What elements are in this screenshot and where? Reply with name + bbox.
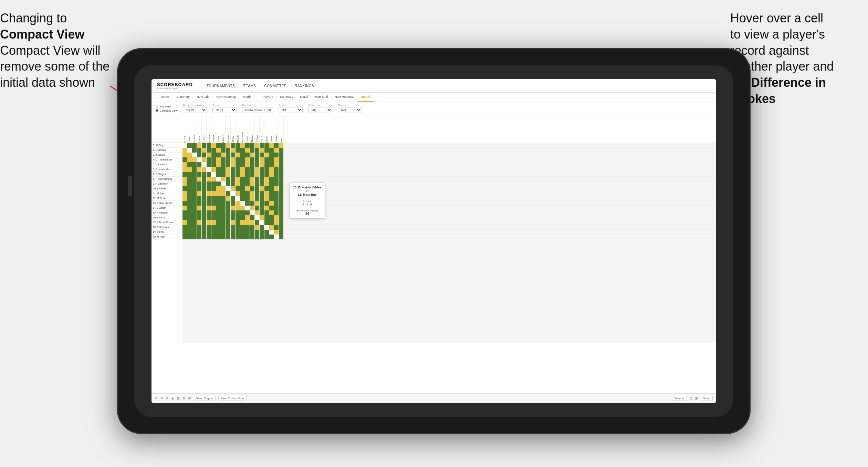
cell-6-19[interactable] bbox=[269, 167, 274, 172]
cell-14-13[interactable] bbox=[240, 206, 245, 210]
cell-16-21[interactable] bbox=[279, 215, 284, 220]
cell-19-10[interactable] bbox=[226, 230, 231, 235]
cell-13-18[interactable] bbox=[264, 201, 269, 206]
cell-1-14[interactable] bbox=[245, 143, 250, 148]
cell-3-4[interactable] bbox=[197, 153, 202, 157]
cell-15-10[interactable] bbox=[226, 210, 231, 215]
cell-1-10[interactable] bbox=[226, 143, 231, 148]
cell-19-15[interactable] bbox=[250, 230, 255, 235]
cell-13-2[interactable] bbox=[187, 201, 192, 206]
cell-13-1[interactable] bbox=[182, 201, 187, 206]
cell-8-11[interactable] bbox=[231, 177, 236, 181]
cell-10-11[interactable] bbox=[231, 186, 236, 191]
cell-9-4[interactable] bbox=[197, 181, 202, 186]
cell-14-9[interactable] bbox=[221, 206, 226, 210]
cell-13-12[interactable] bbox=[236, 201, 240, 206]
cell-4-8[interactable] bbox=[216, 157, 221, 162]
cell-16-3[interactable] bbox=[192, 215, 197, 220]
cell-2-7[interactable] bbox=[211, 148, 216, 153]
cell-17-20[interactable] bbox=[274, 220, 279, 225]
cell-14-8[interactable] bbox=[216, 206, 221, 210]
cell-4-20[interactable] bbox=[274, 157, 279, 162]
nav-tournaments[interactable]: TOURNAMENTS bbox=[207, 84, 235, 88]
cell-18-3[interactable] bbox=[192, 225, 197, 230]
cell-5-4[interactable] bbox=[197, 162, 202, 167]
cell-2-10[interactable] bbox=[226, 148, 231, 153]
cell-1-20[interactable] bbox=[274, 143, 279, 148]
cell-8-15[interactable] bbox=[250, 177, 255, 181]
cell-6-2[interactable] bbox=[187, 167, 192, 172]
cell-5-8[interactable] bbox=[216, 162, 221, 167]
cell-14-15[interactable] bbox=[250, 206, 255, 210]
cell-19-16[interactable] bbox=[255, 230, 260, 235]
cell-16-9[interactable] bbox=[221, 215, 226, 220]
cell-14-17[interactable] bbox=[260, 206, 264, 210]
cell-10-6[interactable] bbox=[207, 186, 211, 191]
cell-13-5[interactable] bbox=[202, 201, 207, 206]
cell-17-9[interactable] bbox=[221, 220, 226, 225]
cell-17-2[interactable] bbox=[187, 220, 192, 225]
filter-players-select[interactable]: (All) bbox=[338, 107, 362, 113]
cell-4-15[interactable] bbox=[250, 157, 255, 162]
cell-16-12[interactable] bbox=[236, 215, 240, 220]
cell-7-18[interactable] bbox=[264, 172, 269, 177]
cell-9-2[interactable] bbox=[187, 181, 192, 186]
cell-19-8[interactable] bbox=[216, 230, 221, 235]
cell-18-16[interactable] bbox=[255, 225, 260, 230]
cell-7-20[interactable] bbox=[274, 172, 279, 177]
filter-region-select[interactable]: N/A bbox=[279, 107, 303, 113]
cell-14-2[interactable] bbox=[187, 206, 192, 210]
tab-h2h-grid-players[interactable]: H2H Grid bbox=[312, 93, 332, 102]
cell-7-2[interactable] bbox=[187, 172, 192, 177]
cell-20-21[interactable] bbox=[279, 235, 284, 239]
cell-8-17[interactable] bbox=[260, 177, 264, 181]
cell-8-7[interactable] bbox=[211, 177, 216, 181]
cell-13-4[interactable] bbox=[197, 201, 202, 206]
cell-16-17[interactable] bbox=[260, 215, 264, 220]
cell-17-15[interactable] bbox=[250, 220, 255, 225]
grid-icon[interactable]: ⊞ bbox=[177, 397, 180, 400]
cell-16-6[interactable] bbox=[207, 215, 211, 220]
cell-10-17[interactable] bbox=[260, 186, 264, 191]
cell-11-8[interactable] bbox=[216, 191, 221, 196]
cell-14-5[interactable] bbox=[202, 206, 207, 210]
cell-4-18[interactable] bbox=[264, 157, 269, 162]
cell-15-9[interactable] bbox=[221, 210, 226, 215]
cell-12-17[interactable] bbox=[260, 196, 264, 201]
settings-icon[interactable]: ⚙ bbox=[182, 397, 185, 400]
cell-20-11[interactable] bbox=[231, 235, 236, 239]
cell-15-7[interactable] bbox=[211, 210, 216, 215]
cell-18-1[interactable] bbox=[182, 225, 187, 230]
cell-11-15[interactable] bbox=[250, 191, 255, 196]
cell-7-12[interactable] bbox=[236, 172, 240, 177]
cell-4-2[interactable] bbox=[187, 157, 192, 162]
cell-3-13[interactable] bbox=[240, 153, 245, 157]
cell-1-6[interactable] bbox=[207, 143, 211, 148]
cell-20-18[interactable] bbox=[264, 235, 269, 239]
cell-20-10[interactable] bbox=[226, 235, 231, 239]
cell-6-11[interactable] bbox=[231, 167, 236, 172]
cell-12-13[interactable] bbox=[240, 196, 245, 201]
tab-teams[interactable]: Teams bbox=[157, 93, 173, 102]
cell-20-4[interactable] bbox=[197, 235, 202, 239]
cell-19-13[interactable] bbox=[240, 230, 245, 235]
cell-3-14[interactable] bbox=[245, 153, 250, 157]
cell-9-7[interactable] bbox=[211, 181, 216, 186]
cell-17-7[interactable] bbox=[211, 220, 216, 225]
cell-13-15[interactable] bbox=[250, 201, 255, 206]
cell-9-13[interactable] bbox=[240, 181, 245, 186]
cell-11-21[interactable] bbox=[279, 191, 284, 196]
tab-matrix-active[interactable]: Matrix bbox=[358, 93, 374, 102]
cell-12-11[interactable] bbox=[231, 196, 236, 201]
layout-icon[interactable]: ⊞ bbox=[695, 397, 698, 400]
cell-8-9[interactable] bbox=[221, 177, 226, 181]
cell-16-5[interactable] bbox=[202, 215, 207, 220]
cell-14-14[interactable] bbox=[245, 206, 250, 210]
cell-11-11[interactable] bbox=[231, 191, 236, 196]
cell-12-2[interactable] bbox=[187, 196, 192, 201]
cell-1-19[interactable] bbox=[269, 143, 274, 148]
cell-15-16[interactable] bbox=[255, 210, 260, 215]
cell-12-6[interactable] bbox=[207, 196, 211, 201]
cell-17-14[interactable] bbox=[245, 220, 250, 225]
cell-6-8[interactable] bbox=[216, 167, 221, 172]
